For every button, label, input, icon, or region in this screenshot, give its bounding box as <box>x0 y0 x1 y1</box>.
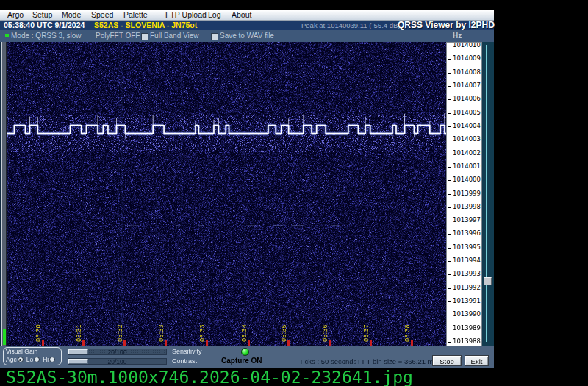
title-bar: 05:38:40 UTC 9/1/2024 S52AS - SLOVENIA -… <box>0 21 494 30</box>
freq-label: 10140010 <box>447 162 481 170</box>
freq-label: 10140060 <box>447 95 481 102</box>
sensitivity-slider[interactable]: 20/100 <box>68 349 167 355</box>
option-toolbar: Mode : QRSS 3, slow PolyFFT OFF Full Ban… <box>0 30 494 42</box>
utc-datetime: 05:38:40 UTC 9/1/2024 <box>4 21 85 30</box>
freq-label: 10139940 <box>447 257 481 264</box>
freq-label: 10140020 <box>447 149 481 157</box>
freq-label: 10140050 <box>447 109 481 116</box>
menu-item-ftp-upload[interactable]: FTP Upload <box>165 10 207 20</box>
menu-item-mode[interactable]: Mode <box>62 10 81 20</box>
radio-agc[interactable] <box>18 357 24 362</box>
visual-gain-label: Visual Gain <box>6 348 37 355</box>
time-tick-label: 05:35 <box>280 324 287 342</box>
ticks-info: Ticks : 50 seconds <box>299 357 356 365</box>
contrast-label: Contrast <box>172 357 197 365</box>
menu-bar: ArgoSetupModeSpeedPaletteFTP UploadLogAb… <box>0 10 494 21</box>
stop-button[interactable]: Stop <box>432 355 462 366</box>
freq-label: 10140070 <box>447 82 481 89</box>
visual-gain-radios: AgcLoHi <box>6 356 58 363</box>
fft-bin-info: FFT bin size = 366.21 mHz <box>358 357 442 365</box>
control-bar: Visual Gain AgcLoHi 20/100 20/100 Sensit… <box>0 346 494 368</box>
time-tick-label: 05:34 <box>240 324 248 342</box>
freq-label: 10139960 <box>447 229 481 237</box>
freq-label: 10139880 <box>447 337 481 345</box>
menu-item-about[interactable]: About <box>232 10 251 20</box>
time-tick-label: 05:33 <box>198 324 206 342</box>
scrollbar-thumb[interactable] <box>484 277 492 285</box>
level-meter <box>1 42 7 346</box>
visual-gain-group: Visual Gain AgcLoHi <box>3 347 62 365</box>
freq-unit-label: Hz <box>453 30 462 42</box>
menu-item-log[interactable]: Log <box>208 10 221 20</box>
radio-label-lo: Lo <box>26 356 33 363</box>
sensitivity-value: 20/100 <box>68 349 166 355</box>
menu-item-palette[interactable]: Palette <box>123 10 148 20</box>
time-tick-mark <box>82 340 85 346</box>
freq-label: 10140080 <box>447 68 481 76</box>
waterfall-canvas <box>7 42 446 346</box>
radio-label-hi: Hi <box>43 356 49 363</box>
station-callsign: S52AS - SLOVENIA - JN75ot <box>94 21 197 30</box>
radio-lo[interactable] <box>34 357 40 362</box>
save-wav-label: Save to WAV file <box>220 30 274 42</box>
freq-label: 10140090 <box>447 54 481 62</box>
time-tick-mark <box>123 340 126 346</box>
freq-label: 10140000 <box>447 176 481 183</box>
radio-label-agc: Agc <box>6 356 17 363</box>
freq-label: 10139930 <box>447 270 481 277</box>
freq-label: 10139950 <box>447 243 481 251</box>
app-title: QRSS Viewer by I2PHD <box>398 21 495 30</box>
time-tick-label: 05:37 <box>362 324 370 342</box>
radio-hi[interactable] <box>49 357 55 362</box>
time-tick-mark <box>329 340 331 346</box>
menu-item-argo[interactable]: Argo <box>7 10 24 20</box>
menu-item-setup[interactable]: Setup <box>32 10 52 20</box>
time-tick-mark <box>248 340 250 346</box>
save-wav-checkbox[interactable] <box>211 33 218 40</box>
main-area: 05:3005:3105:3205:3305:3305:3405:3505:36… <box>0 42 494 346</box>
time-tick-label: 05:36 <box>321 324 329 342</box>
status-led-icon <box>5 34 9 37</box>
time-tick-mark <box>206 340 208 346</box>
full-band-view-checkbox[interactable] <box>141 33 148 40</box>
freq-label: 10140030 <box>447 135 481 143</box>
contrast-slider[interactable]: 20/100 <box>68 358 167 365</box>
mode-label: Mode : QRSS 3, slow <box>11 30 82 42</box>
freq-label: 10139970 <box>447 216 481 224</box>
freq-label: 10139890 <box>447 324 481 332</box>
time-tick-mark <box>287 340 290 346</box>
screen: ArgoSetupModeSpeedPaletteFTP UploadLogAb… <box>0 0 588 386</box>
time-tick-label: 05:31 <box>75 324 82 342</box>
argo-app-window: ArgoSetupModeSpeedPaletteFTP UploadLogAb… <box>0 10 494 368</box>
capture-filename: S52AS-30m.1000x746.2026-04-02-232641.jpg <box>6 368 413 386</box>
menu-item-speed[interactable]: Speed <box>91 10 113 20</box>
freq-label: 10139910 <box>447 297 481 304</box>
exit-button[interactable]: Exit <box>465 355 489 366</box>
capture-status-label[interactable]: Capture ON <box>221 357 262 365</box>
time-tick-label: 05:33 <box>157 324 165 342</box>
scrollbar-track-line <box>486 45 487 342</box>
capture-led-icon <box>241 348 249 356</box>
freq-label: 10139990 <box>447 190 481 197</box>
freq-label: 10140040 <box>447 122 481 129</box>
time-tick-mark <box>370 340 372 346</box>
waterfall-display: 05:3005:3105:3205:3305:3305:3405:3505:36… <box>7 42 446 346</box>
time-tick-label: 05:30 <box>35 324 42 342</box>
frequency-scale: 1014010010140090101400801014007010140060… <box>446 42 482 346</box>
full-band-view-label: Full Band View <box>150 30 199 42</box>
polyfft-label[interactable]: PolyFFT OFF <box>96 30 140 42</box>
time-tick-mark <box>42 340 44 346</box>
time-tick-mark <box>165 340 167 346</box>
contrast-value: 20/100 <box>68 359 166 365</box>
freq-label: 10140100 <box>447 42 481 49</box>
time-tick-label: 05:38 <box>404 324 411 342</box>
level-meter-bar <box>3 329 6 345</box>
time-tick-label: 05:32 <box>116 324 123 342</box>
freq-label: 10139900 <box>447 310 481 318</box>
freq-label: 10139920 <box>447 284 481 291</box>
sensitivity-label: Sensitivity <box>172 348 202 355</box>
time-tick-mark <box>411 340 413 346</box>
peak-readout: Peak at 10140039.11 (-55.4 dB) <box>301 21 401 30</box>
freq-label: 10139980 <box>447 203 481 210</box>
frequency-scrollbar[interactable] <box>482 42 494 346</box>
